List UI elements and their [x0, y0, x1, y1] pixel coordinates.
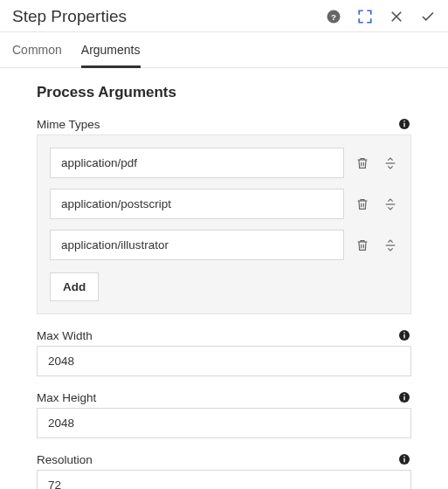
svg-rect-7 [403, 332, 404, 333]
panel-title: Step Properties [12, 7, 326, 26]
max-height-label: Max Height [37, 391, 96, 404]
panel-header: Step Properties ? [0, 0, 448, 31]
add-button[interactable]: Add [50, 272, 99, 301]
mime-types-label: Mime Types [37, 118, 100, 131]
mime-types-label-row: Mime Types [37, 117, 411, 131]
mime-type-input[interactable] [50, 148, 344, 178]
max-width-field: Max Width [37, 328, 411, 376]
mime-row-actions [355, 155, 398, 171]
resolution-input[interactable] [37, 470, 411, 489]
mime-type-input[interactable] [50, 189, 344, 219]
svg-rect-13 [403, 456, 404, 457]
reorder-icon[interactable] [383, 238, 398, 253]
info-icon[interactable] [397, 390, 411, 404]
help-icon[interactable]: ? [326, 9, 341, 24]
max-width-input[interactable] [37, 346, 411, 376]
trash-icon[interactable] [355, 196, 370, 212]
info-icon[interactable] [397, 452, 411, 466]
tab-common[interactable]: Common [12, 32, 62, 68]
svg-rect-3 [403, 123, 404, 127]
info-icon[interactable] [397, 117, 411, 131]
svg-rect-9 [403, 396, 404, 401]
resolution-field: Resolution [37, 452, 411, 489]
mime-row-actions [355, 196, 398, 212]
header-action-group: ? [326, 9, 436, 24]
max-height-field: Max Height [37, 390, 411, 438]
max-height-input[interactable] [37, 408, 411, 438]
info-icon[interactable] [397, 328, 411, 342]
tab-bar: Common Arguments [0, 32, 448, 68]
mime-row [50, 148, 398, 178]
svg-rect-6 [403, 334, 404, 339]
field-label-row: Max Width [37, 328, 411, 342]
step-properties-panel: Step Properties ? Common Arguments Proce… [0, 0, 448, 489]
confirm-icon[interactable] [420, 9, 436, 24]
svg-rect-10 [403, 394, 404, 395]
svg-rect-4 [403, 121, 404, 121]
reorder-icon[interactable] [383, 196, 398, 212]
tab-content: Process Arguments Mime Types [0, 68, 448, 489]
close-icon[interactable] [389, 9, 404, 24]
max-width-label: Max Width [37, 329, 93, 342]
mime-row [50, 230, 398, 260]
tab-arguments[interactable]: Arguments [81, 32, 141, 68]
svg-rect-12 [403, 458, 404, 463]
field-label-row: Max Height [37, 390, 411, 404]
svg-text:?: ? [331, 12, 336, 22]
resolution-label: Resolution [37, 453, 93, 466]
field-label-row: Resolution [37, 452, 411, 466]
reorder-icon[interactable] [383, 155, 398, 171]
fullscreen-icon[interactable] [357, 9, 373, 24]
mime-row [50, 189, 398, 219]
mime-types-multifield: Add [37, 134, 411, 314]
mime-type-input[interactable] [50, 230, 344, 260]
trash-icon[interactable] [355, 155, 370, 171]
section-title: Process Arguments [37, 84, 411, 101]
trash-icon[interactable] [355, 238, 370, 253]
mime-row-actions [355, 238, 398, 253]
